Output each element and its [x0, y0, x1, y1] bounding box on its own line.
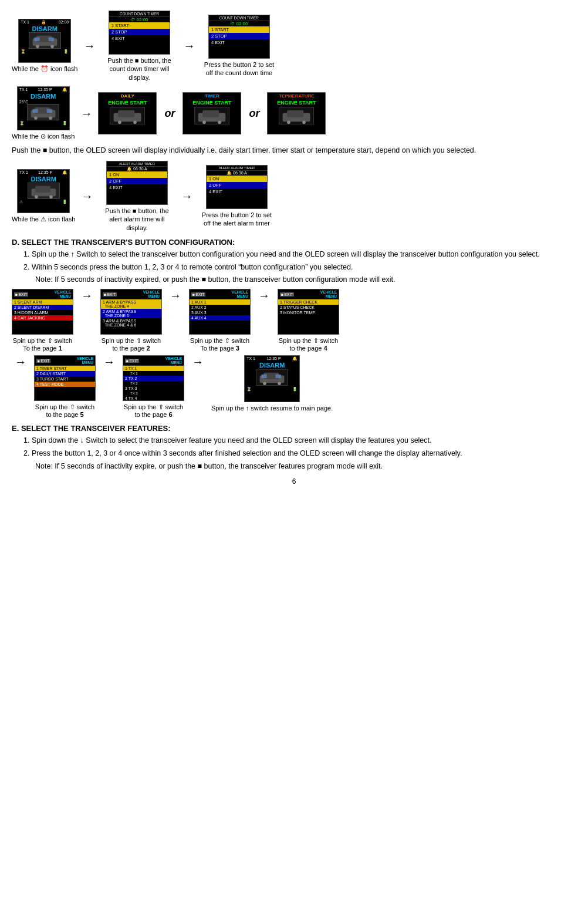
section-e-para2: 2. Press the button 1, 2, 3 or 4 once wi… [12, 448, 576, 459]
vm-resume-label: Spin up the ↑ switch resume to main page… [211, 405, 333, 412]
dsm-disarm-text-2: DISARM [18, 93, 69, 100]
temp-header: TEPMERATURE [268, 93, 325, 99]
row3-diagrams: TX 1 12:35 P 🔔 DISARM ⚠ 🔋 While the ⚠ ic… [12, 161, 576, 232]
cdt-time-1: ⏱ 02:00 [109, 17, 170, 22]
dsm-clock-2: ⏳ [19, 121, 25, 126]
svg-rect-25 [35, 186, 50, 193]
aa-exit-2: 4 EXIT [207, 188, 267, 195]
cdt-header-2: COUNT DOWN TIMER [209, 15, 269, 21]
vm-title-2: VEHICLEMENU [143, 290, 160, 298]
vm-page3-label: Spin up the ⇧ switchTo the page 3 [190, 337, 249, 352]
svg-rect-17 [203, 110, 219, 117]
dsm-time-3: 12:35 P [38, 170, 52, 175]
svg-point-19 [218, 120, 222, 124]
section-d-para3: Note: If 5 seconds of inactivity expired… [12, 274, 576, 285]
aa-screen-1: ALERT ALARM TIMER 🔔 06:30 A 1 ON 2 OFF 4… [106, 161, 168, 205]
vm-resume-disarm: DISARM [245, 362, 299, 369]
vm-page6-col: ■ EXIT VEHICLEMENU 1 TX 1 TX 1 2 TX 2 TX… [123, 355, 184, 418]
vm-resume-top: TX 1 12:35 P 🔔 [245, 356, 299, 362]
dsm-top-1: TX 1 🔒 02:00 [19, 19, 70, 25]
vm-screen-4: ■ EXIT VEHICLEMENU 1 TRIGGER CHECK 2 STA… [278, 289, 339, 335]
vm-tx3a: 3 TX 3 [123, 386, 184, 391]
vm-aux4: 4 AUX 4 [190, 315, 250, 321]
arrow-5: → [178, 190, 195, 203]
section-e: E. SELECT THE TRANSCEIVER FEATURES: 1. S… [12, 424, 576, 471]
vm-aux2: 2 AUX 2 [190, 305, 250, 310]
dsm-bell-2: 🔔 [62, 87, 67, 92]
arrow-vm1: → [78, 289, 96, 302]
countdown-item-2: COUNT DOWN TIMER ⏱ 02:00 1 START 2 STOP … [201, 15, 277, 78]
svg-point-22 [288, 120, 291, 124]
vm-title-3: VEHICLEMENU [232, 290, 248, 298]
vm-hidden-alarm: 3 HIDDEN ALARM [12, 310, 73, 315]
temp-eng-screen: TEPMERATURE ENGINE START [267, 92, 326, 134]
vm-aux3: 3 AUX 3 [190, 310, 250, 315]
arrow-vm3: → [255, 289, 273, 302]
dsm-bottom-3: ⚠ 🔋 [18, 199, 69, 205]
vm-resume-tx: TX 1 [246, 356, 255, 361]
vm-resume-bottom: ⏳ 🔋 [245, 386, 299, 392]
dsm-bell-3: 🔔 [62, 170, 67, 175]
countdown-screen-2: COUNT DOWN TIMER ⏱ 02:00 1 START 2 STOP … [208, 15, 270, 59]
row2-diagrams: TX 1 12:35 P 🔔 DISARM 25°C ⏳ 🔋 While the… [12, 86, 576, 140]
vm-exit-2: ■ EXIT [103, 292, 117, 297]
vm-resume-screen: TX 1 12:35 P 🔔 DISARM ⏳ 🔋 [244, 355, 300, 402]
aa-on-1: 1 ON [107, 171, 167, 178]
svg-rect-11 [47, 109, 52, 113]
vm-car-jacking: 4 CAR JACKING [12, 315, 73, 321]
label-row1-mid: Push the ■ button, the count down timer … [101, 56, 177, 82]
vm-page4-label: Spin up the ⇧ switchto the page 4 [279, 337, 338, 352]
vm-resume-bat: 🔋 [292, 387, 298, 392]
vm-silent-disarm: 2 SILENT DISARM [12, 305, 73, 310]
vm-monitor: 3 MONITOR TEMP. [278, 310, 339, 315]
daily-car [110, 107, 145, 124]
cdt-row-start-1: 1 START [109, 22, 170, 29]
vm-tx2b: TX 2 [123, 381, 184, 386]
vm-exit-6: ■ EXIT [125, 359, 139, 363]
temp-eng-item: TEPMERATURE ENGINE START [267, 92, 326, 134]
arrow-vm6: → [189, 355, 207, 369]
dsm-battery-3: 🔋 [62, 200, 67, 204]
vm-resume-time: 12:35 P [266, 356, 281, 361]
svg-rect-32 [262, 375, 267, 379]
daily-body: ENGINE START [99, 99, 156, 106]
dsm-tx: TX 1 [21, 20, 29, 25]
vm-tx1a: 1 TX 1 [123, 366, 184, 371]
dsm-disarm-text-3: DISARM [18, 176, 69, 183]
vm-title-6: VEHICLEMENU [165, 356, 182, 365]
vm-tx1b: TX 1 [123, 371, 184, 376]
section-d-para1: 1. Spin up the ↑ Switch to select the tr… [12, 249, 576, 260]
svg-point-27 [49, 196, 53, 199]
dsm-top-3: TX 1 12:35 P 🔔 [18, 170, 69, 176]
disarm-item-3: TX 1 12:35 P 🔔 DISARM ⚠ 🔋 While the ⚠ ic… [12, 169, 75, 223]
section-e-heading: E. SELECT THE TRANSCEIVER FEATURES: [12, 424, 576, 433]
vm-page3-col: ■ EXIT VEHICLEMENU 1 AUX 1 2 AUX 2 3 AUX… [189, 289, 251, 352]
or-2: or [244, 107, 264, 120]
daily-header: DAILY [99, 93, 156, 99]
vm-title-4: VEHICLEMENU [320, 290, 337, 298]
timer-eng-item: TIMER ENGINE START [183, 92, 241, 134]
aa-time-1: 🔔 06:30 A [107, 167, 167, 171]
vm-timer-start: 1 TIMER START [35, 366, 95, 371]
vm-row2: → ■ EXIT VEHICLEMENU 1 TIMER START 2 DAI… [12, 355, 576, 418]
vm-row1: ■ EXIT VEHICLEMENU 1 SILENT ARM 2 SILENT… [12, 289, 576, 352]
vm-page2-col: ■ EXIT VEHICLEMENU 1 ARM & BYPASS THE ZO… [100, 289, 162, 352]
disarm-item-2: TX 1 12:35 P 🔔 DISARM 25°C ⏳ 🔋 While the… [12, 86, 75, 140]
svg-point-2 [36, 45, 39, 49]
timer-car [194, 107, 229, 124]
label-row3-left: While the ⚠ icon flash [12, 215, 75, 223]
vm-daily-start: 2 DAILY START [35, 371, 95, 376]
vm-resume-car [256, 369, 288, 386]
dsm-top-2: TX 1 12:35 P 🔔 [18, 87, 69, 93]
svg-rect-4 [34, 38, 39, 42]
vm-title-5: VEHICLEMENU [77, 356, 93, 365]
temp-car [279, 107, 314, 124]
aa-exit-1: 4 EXIT [107, 184, 167, 191]
timer-eng-screen: TIMER ENGINE START [183, 92, 241, 134]
vm-exit-5: ■ EXIT [36, 359, 50, 363]
vm-aux1: 1 AUX 1 [190, 299, 250, 305]
aa-time-2: 🔔 06:30 A [207, 171, 267, 176]
arrow-1: → [80, 39, 98, 53]
label-row3-mid: Push the ■ button, the alert alarm time … [99, 207, 175, 232]
cdt-row-start-2: 1 START [209, 26, 269, 33]
